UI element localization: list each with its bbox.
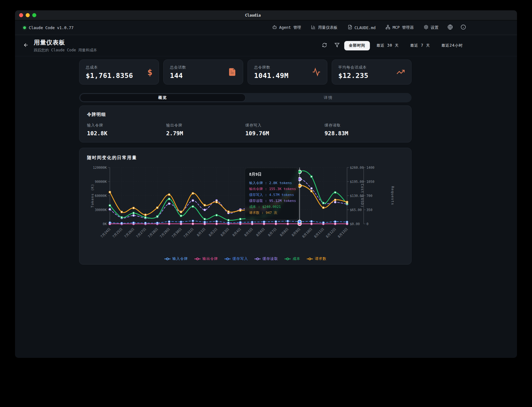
time-filters: 全部时间 最近 30 天 最近 7 天 最近24小时 <box>319 41 468 50</box>
tooltip-row: 缓存读取 : 95.12M tokens <box>249 198 294 204</box>
chart-tooltip: 8月9日 输入令牌 : 2.8K tokens 输出令牌 : 155.3K to… <box>245 168 299 220</box>
token-breakdown-item: 输入令牌 102.8K <box>87 123 166 137</box>
refresh-button[interactable] <box>319 41 330 50</box>
nav-label: 设置 <box>431 25 438 30</box>
legend-label: 缓存读取 <box>263 256 278 261</box>
svg-text:7月25日: 7月25日 <box>112 227 123 239</box>
svg-text:8月4日: 8月4日 <box>232 227 242 237</box>
legend-swatch-icon <box>194 257 201 260</box>
language-globe-button[interactable] <box>445 23 455 32</box>
tooltip-row: 请求数 : 947 次 <box>249 210 294 216</box>
filter-last-7-days[interactable]: 最近 7 天 <box>406 41 435 50</box>
app-window: Claudia Claude Code v1.0.77 Agent 管理 <box>15 10 517 358</box>
stat-card-total-sessions: 总会话数 144 <box>163 59 243 85</box>
legend-item[interactable]: 缓存写入 <box>224 256 248 261</box>
legend-item[interactable]: 输入令牌 <box>164 256 188 261</box>
app-bar: Claude Code v1.0.77 Agent 管理 用量仪表板 <box>15 20 517 35</box>
svg-text:8月7日: 8月7日 <box>267 227 277 237</box>
nav-usage-dashboard[interactable]: 用量仪表板 <box>307 23 341 33</box>
minimize-window-button[interactable] <box>26 13 30 17</box>
svg-text:8月5日: 8月5日 <box>243 227 253 237</box>
back-button[interactable] <box>21 40 31 51</box>
svg-text:8月2日: 8月2日 <box>208 227 218 237</box>
gear-icon <box>424 25 428 30</box>
svg-text:7月30日: 7月30日 <box>171 227 182 239</box>
tab-details[interactable]: 详情 <box>246 94 411 102</box>
svg-text:0K: 0K <box>103 222 107 226</box>
svg-text:30000K: 30000K <box>95 208 107 212</box>
legend-item[interactable]: 请求数 <box>307 256 327 261</box>
legend-swatch-icon <box>164 257 171 260</box>
trending-up-icon <box>396 68 405 76</box>
svg-text:8月3日: 8月3日 <box>220 227 230 237</box>
filter-last-30-days[interactable]: 最近 30 天 <box>372 41 404 50</box>
svg-text:$65.00: $65.00 <box>350 208 362 212</box>
svg-text:700: 700 <box>366 194 372 198</box>
svg-text:7月28日: 7月28日 <box>147 227 159 239</box>
nav-label: 用量仪表板 <box>318 25 338 30</box>
svg-text:120000K: 120000K <box>93 166 107 169</box>
info-button[interactable] <box>458 23 468 32</box>
svg-text:8月8日: 8月8日 <box>279 227 289 237</box>
file-text-icon <box>228 68 237 76</box>
nav-claude-md[interactable]: CLAUDE.md <box>344 23 380 33</box>
nav-label: CLAUDE.md <box>355 25 376 30</box>
legend-swatch-icon <box>307 257 313 260</box>
zoom-window-button[interactable] <box>32 13 36 17</box>
page-title: 用量仪表板 <box>34 39 97 47</box>
filter-last-24-hours[interactable]: 最近24小时 <box>437 41 468 50</box>
svg-text:8月11日: 8月11日 <box>313 227 325 239</box>
token-item-label: 输入令牌 <box>87 123 166 128</box>
svg-text:Cost (USD): Cost (USD) <box>360 184 364 208</box>
svg-text:$260.00: $260.00 <box>350 166 364 169</box>
stat-card-total-tokens: 总令牌数 1041.49M <box>248 59 327 85</box>
tooltip-row: 输出令牌 : 155.3K tokens <box>249 186 294 192</box>
file-icon <box>348 25 352 30</box>
desktop: Claudia Claude Code v1.0.77 Agent 管理 <box>0 0 532 407</box>
nav-agent-manager[interactable]: Agent 管理 <box>269 23 305 33</box>
legend-item[interactable]: 成本 <box>284 256 300 261</box>
nav-label: MCP 管理器 <box>392 25 414 30</box>
svg-text:1050: 1050 <box>366 180 374 183</box>
svg-text:8月13日: 8月13日 <box>337 227 349 239</box>
filter-button[interactable] <box>332 41 342 50</box>
refresh-icon <box>322 43 327 49</box>
legend-item[interactable]: 输出令牌 <box>194 256 218 261</box>
svg-text:7月26日: 7月26日 <box>123 227 135 239</box>
svg-text:1400: 1400 <box>366 166 374 169</box>
legend-label: 请求数 <box>315 256 327 261</box>
bot-icon <box>272 25 277 30</box>
main-content: 总成本 $1,761.8356 $ 总会话数 144 <box>15 56 517 265</box>
svg-text:$0.00: $0.00 <box>350 222 360 226</box>
stat-label: 总成本 <box>86 65 133 70</box>
legend-swatch-icon <box>224 257 231 260</box>
stats-row: 总成本 $1,761.8356 $ 总会话数 144 <box>79 59 412 85</box>
token-item-value: 109.76M <box>245 130 325 137</box>
nav-settings[interactable]: 设置 <box>420 23 442 33</box>
svg-text:8月10日: 8月10日 <box>301 227 313 239</box>
tooltip-row: 成本 : $240.0021 <box>249 204 294 210</box>
window-title: Claudia <box>231 10 275 20</box>
stat-value: $1,761.8356 <box>86 72 133 80</box>
nav-mcp-manager[interactable]: MCP 管理器 <box>382 23 417 33</box>
token-item-value: 2.79M <box>166 130 245 137</box>
legend-item[interactable]: 缓存读取 <box>254 256 278 261</box>
stat-label: 平均每会话成本 <box>338 65 368 70</box>
token-breakdown-title: 令牌明细 <box>87 112 404 117</box>
svg-text:Requests: Requests <box>391 186 395 205</box>
token-item-value: 928.83M <box>325 130 404 137</box>
svg-text:8月9日: 8月9日 <box>291 227 301 237</box>
stat-value: 144 <box>170 72 186 80</box>
tooltip-row: 输入令牌 : 2.8K tokens <box>249 180 294 186</box>
close-window-button[interactable] <box>19 13 23 17</box>
tooltip-date: 8月9日 <box>249 172 294 177</box>
filter-all-time[interactable]: 全部时间 <box>344 41 370 50</box>
funnel-icon <box>335 43 340 49</box>
stat-label: 总会话数 <box>170 65 186 70</box>
legend-label: 成本 <box>293 256 300 261</box>
info-icon <box>461 24 466 31</box>
stat-value: 1041.49M <box>254 72 289 80</box>
tab-overview[interactable]: 概览 <box>80 94 246 102</box>
token-item-label: 缓存读取 <box>325 123 404 128</box>
svg-text:350: 350 <box>366 208 372 212</box>
